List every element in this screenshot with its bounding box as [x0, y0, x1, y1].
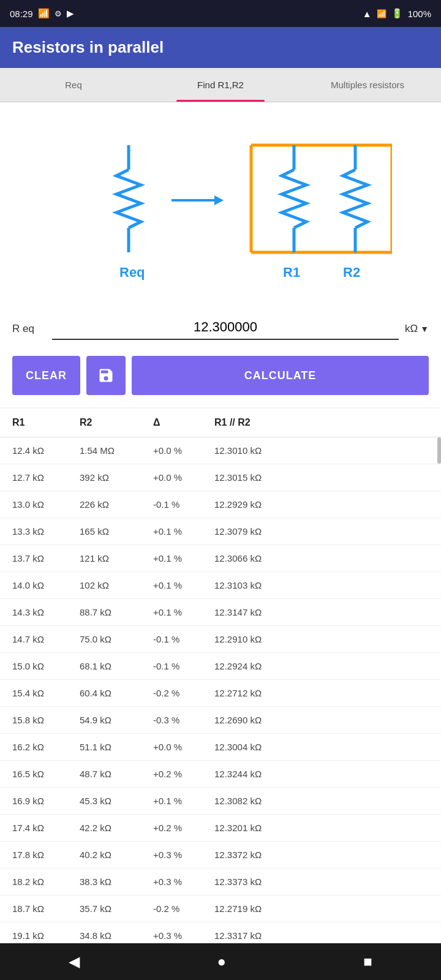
cell-delta: +0.0 %	[153, 445, 214, 456]
cell-delta: +0.1 %	[153, 580, 214, 590]
tab-multiples-label: Multiples resistors	[331, 80, 404, 90]
cell-r2: 54.9 kΩ	[80, 715, 153, 725]
cell-r2: 68.1 kΩ	[80, 661, 153, 671]
col-header-r2: R2	[80, 417, 153, 428]
cell-delta: +0.3 %	[153, 850, 214, 860]
cell-delta: +0.3 %	[153, 876, 214, 887]
calculate-button[interactable]: CALCULATE	[132, 356, 429, 395]
svg-text:R2: R2	[343, 265, 360, 280]
table-row: 15.8 kΩ 54.9 kΩ -0.3 % 12.2690 kΩ	[0, 707, 441, 734]
table-row: 18.2 kΩ 38.3 kΩ +0.3 % 12.3373 kΩ	[0, 869, 441, 895]
cell-parallel: 12.3079 kΩ	[214, 526, 429, 537]
cell-parallel: 12.3244 kΩ	[214, 769, 429, 779]
tab-multiples[interactable]: Multiples resistors	[294, 68, 441, 102]
cell-parallel: 12.3010 kΩ	[214, 445, 429, 456]
cell-parallel: 12.2929 kΩ	[214, 499, 429, 510]
recents-button[interactable]: ■	[351, 947, 385, 976]
svg-marker-3	[214, 195, 224, 205]
tab-find-r1-r2[interactable]: Find R1,R2	[147, 68, 294, 102]
nav-bar: ◀ ● ■	[0, 943, 441, 980]
cell-delta: +0.1 %	[153, 607, 214, 617]
cell-delta: +0.0 %	[153, 472, 214, 483]
cell-r2: 45.3 kΩ	[80, 796, 153, 806]
cell-r1: 16.5 kΩ	[12, 769, 80, 779]
cell-r2: 35.7 kΩ	[80, 903, 153, 914]
wifi-signal-icon: ▲	[363, 9, 372, 19]
status-bar: 08:29 📶 ⚙ ▶ ▲ 📶 🔋 100%	[0, 0, 441, 27]
req-field-wrap	[52, 317, 399, 340]
table-row: 13.3 kΩ 165 kΩ +0.1 % 12.3079 kΩ	[0, 518, 441, 545]
wifi-icon: 📶	[38, 8, 50, 19]
diagram-area: Req R1 R2	[0, 102, 441, 304]
svg-text:R1: R1	[283, 265, 300, 280]
cell-r2: 102 kΩ	[80, 580, 153, 590]
cell-r1: 19.1 kΩ	[12, 930, 80, 941]
cell-delta: -0.1 %	[153, 499, 214, 510]
cell-parallel: 12.2712 kΩ	[214, 688, 429, 698]
cell-r1: 14.0 kΩ	[12, 580, 80, 590]
cell-r1: 18.7 kΩ	[12, 903, 80, 914]
table-body: 12.4 kΩ 1.54 MΩ +0.0 % 12.3010 kΩ 12.7 k…	[0, 437, 441, 949]
unit-dropdown[interactable]: kΩ ▼	[405, 323, 429, 340]
table-row: 17.4 kΩ 42.2 kΩ +0.2 % 12.3201 kΩ	[0, 815, 441, 842]
table-row: 12.4 kΩ 1.54 MΩ +0.0 % 12.3010 kΩ	[0, 437, 441, 464]
table-row: 15.4 kΩ 60.4 kΩ -0.2 % 12.2712 kΩ	[0, 680, 441, 707]
home-button[interactable]: ●	[205, 947, 238, 976]
cell-parallel: 12.2690 kΩ	[214, 715, 429, 725]
req-input[interactable]	[52, 317, 399, 340]
table-row: 13.0 kΩ 226 kΩ -0.1 % 12.2929 kΩ	[0, 491, 441, 518]
cell-r1: 14.7 kΩ	[12, 634, 80, 644]
cell-r2: 51.1 kΩ	[80, 742, 153, 752]
table-header-row: R1 R2 Δ R1 // R2	[0, 409, 441, 437]
save-button[interactable]	[86, 356, 126, 395]
cell-delta: +0.1 %	[153, 526, 214, 537]
cell-r2: 88.7 kΩ	[80, 607, 153, 617]
clear-button[interactable]: CLEAR	[12, 356, 80, 395]
sim-icon: ⚙	[55, 9, 62, 18]
cell-delta: +0.0 %	[153, 742, 214, 752]
battery-percent: 100%	[408, 9, 431, 19]
circuit-diagram: Req R1 R2	[49, 121, 392, 292]
tab-req-label: Req	[65, 80, 82, 90]
cell-delta: +0.3 %	[153, 930, 214, 941]
tab-req[interactable]: Req	[0, 68, 147, 102]
cell-delta: +0.1 %	[153, 796, 214, 806]
cell-delta: +0.1 %	[153, 553, 214, 564]
save-icon	[97, 367, 115, 384]
cell-delta: +0.2 %	[153, 823, 214, 833]
cell-r1: 13.7 kΩ	[12, 553, 80, 564]
cell-r1: 13.3 kΩ	[12, 526, 80, 537]
svg-text:Req: Req	[119, 265, 145, 280]
cell-delta: -0.2 %	[153, 903, 214, 914]
results-table: R1 R2 Δ R1 // R2 12.4 kΩ 1.54 MΩ +0.0 % …	[0, 409, 441, 949]
table-row: 12.7 kΩ 392 kΩ +0.0 % 12.3015 kΩ	[0, 464, 441, 491]
cell-delta: -0.3 %	[153, 715, 214, 725]
req-label: R eq	[12, 323, 46, 340]
table-row: 13.7 kΩ 121 kΩ +0.1 % 12.3066 kΩ	[0, 545, 441, 572]
cell-parallel: 12.3373 kΩ	[214, 876, 429, 887]
cell-r1: 14.3 kΩ	[12, 607, 80, 617]
cell-r2: 226 kΩ	[80, 499, 153, 510]
table-row: 18.7 kΩ 35.7 kΩ -0.2 % 12.2719 kΩ	[0, 895, 441, 922]
cell-r1: 17.8 kΩ	[12, 850, 80, 860]
cell-delta: +0.2 %	[153, 769, 214, 779]
table-row: 15.0 kΩ 68.1 kΩ -0.1 % 12.2924 kΩ	[0, 653, 441, 680]
time-display: 08:29	[10, 9, 33, 19]
cell-parallel: 12.3201 kΩ	[214, 823, 429, 833]
play-icon: ▶	[67, 8, 74, 19]
cell-r2: 42.2 kΩ	[80, 823, 153, 833]
cell-r2: 1.54 MΩ	[80, 445, 153, 456]
cell-parallel: 12.3066 kΩ	[214, 553, 429, 564]
cell-parallel: 12.3103 kΩ	[214, 580, 429, 590]
cell-parallel: 12.2910 kΩ	[214, 634, 429, 644]
cell-r1: 18.2 kΩ	[12, 876, 80, 887]
signal-strength-icon: 📶	[377, 9, 386, 18]
back-button[interactable]: ◀	[56, 947, 92, 976]
app-header: Resistors in parallel	[0, 27, 441, 68]
cell-delta: -0.1 %	[153, 634, 214, 644]
cell-r2: 38.3 kΩ	[80, 876, 153, 887]
req-input-row: R eq kΩ ▼	[12, 317, 429, 340]
cell-parallel: 12.3015 kΩ	[214, 472, 429, 483]
cell-r1: 15.8 kΩ	[12, 715, 80, 725]
cell-r2: 48.7 kΩ	[80, 769, 153, 779]
